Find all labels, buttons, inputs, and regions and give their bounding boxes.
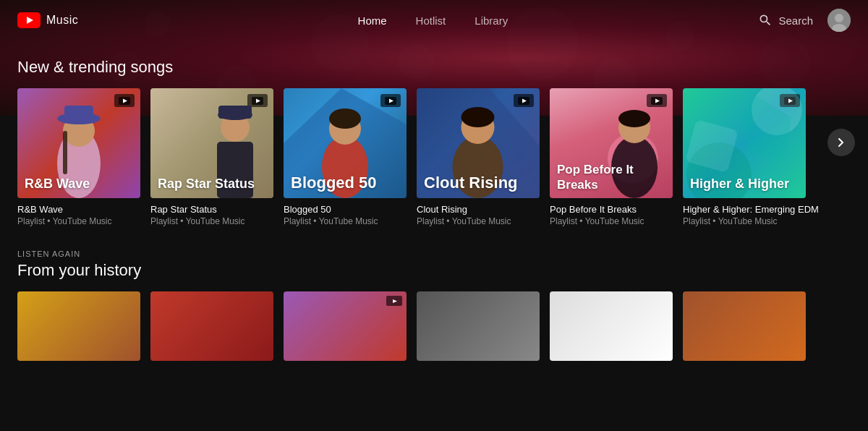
nav-hotlist[interactable]: Hotlist	[401, 9, 461, 33]
trending-section: New & trending songs	[0, 40, 868, 226]
svg-marker-41	[393, 299, 397, 303]
logo[interactable]: Music	[17, 12, 78, 28]
card-rap-star-thumb: Rap Star Status	[150, 88, 273, 198]
history-thumb-1	[17, 291, 140, 361]
history-card-4[interactable]	[417, 291, 540, 361]
history-thumb-4	[417, 291, 540, 361]
search-label: Search	[778, 14, 813, 27]
nav-home[interactable]: Home	[344, 9, 401, 33]
history-card-1[interactable]	[17, 291, 140, 361]
card-clout-meta: Clout Rising Playlist • YouTube Music	[417, 204, 540, 226]
history-thumb-2	[150, 291, 273, 361]
search-area[interactable]: Search	[758, 13, 813, 27]
svg-rect-11	[63, 131, 67, 174]
card-higher-thumb: Higher & Higher	[683, 88, 806, 198]
card-rap-star-meta: Rap Star Status Playlist • YouTube Music	[150, 204, 273, 226]
pop-overlay: Pop Before It Breaks	[550, 157, 673, 198]
card-clout-name: Clout Rising	[417, 204, 540, 215]
blogged-overlay: Blogged 50	[284, 168, 407, 198]
card-pop-breaks[interactable]: Pop Before It Breaks Pop Before It Break…	[550, 88, 673, 226]
card-rap-star-name: Rap Star Status	[150, 204, 273, 215]
card-higher-meta: Higher & Higher: Emerging EDM Playlist •…	[683, 204, 819, 226]
youtube-logo-icon	[17, 12, 41, 28]
rap-star-overlay: Rap Star Status	[150, 171, 273, 198]
card-rnb-wave-name: R&B Wave	[17, 204, 140, 215]
history-thumb-6	[683, 291, 806, 361]
card-pop-sub: Playlist • YouTube Music	[550, 216, 673, 226]
logo-text: Music	[46, 14, 78, 27]
card-rap-star[interactable]: Rap Star Status Rap Star Status Playlist…	[150, 88, 273, 226]
history-thumb-5	[550, 291, 673, 361]
trending-title: New & trending songs	[17, 58, 851, 77]
card-clout-sub: Playlist • YouTube Music	[417, 216, 540, 226]
card-clout-rising[interactable]: Clout Rising Clout Rising Playlist • You…	[417, 88, 540, 226]
card-pop-name: Pop Before It Breaks	[550, 204, 673, 215]
svg-point-3	[835, 14, 843, 22]
card-blogged-name: Blogged 50	[284, 204, 407, 215]
card-blogged-50[interactable]: Blogged 50 Blogged 50 Playlist • YouTube…	[284, 88, 407, 226]
next-arrow-button[interactable]	[827, 129, 855, 156]
rnb-wave-overlay: R&B Wave	[17, 171, 140, 198]
main-nav: Home Hotlist Library	[107, 9, 758, 33]
card-rnb-wave[interactable]: R&B Wave R&B Wave Playlist • YouTube Mus…	[17, 88, 140, 226]
card-blogged-meta: Blogged 50 Playlist • YouTube Music	[284, 204, 407, 226]
chevron-right-icon	[835, 137, 847, 148]
card-blogged-sub: Playlist • YouTube Music	[284, 216, 407, 226]
card-higher[interactable]: Higher & Higher Higher & Higher: Emergin…	[683, 88, 819, 226]
history-label: LISTEN AGAIN	[17, 249, 851, 258]
svg-point-34	[618, 110, 650, 127]
card-blogged-thumb: Blogged 50	[284, 88, 407, 198]
clout-overlay: Clout Rising	[417, 168, 540, 198]
user-avatar[interactable]	[827, 9, 851, 32]
search-icon	[758, 13, 773, 27]
history-card-6[interactable]	[683, 291, 806, 361]
header: Music Home Hotlist Library Search	[0, 0, 868, 40]
higher-overlay: Higher & Higher	[683, 171, 806, 198]
avatar-image	[827, 9, 851, 32]
svg-rect-17	[218, 106, 252, 119]
card-rnb-wave-meta: R&B Wave Playlist • YouTube Music	[17, 204, 140, 226]
svg-rect-10	[64, 106, 93, 121]
card-clout-thumb: Clout Rising	[417, 88, 540, 198]
svg-point-29	[461, 107, 495, 127]
history-card-5[interactable]	[550, 291, 673, 361]
svg-point-23	[329, 108, 361, 129]
history-cards-row	[17, 291, 851, 361]
card-rnb-wave-sub: Playlist • YouTube Music	[17, 216, 140, 226]
card-pop-thumb: Pop Before It Breaks	[550, 88, 673, 198]
card-pop-meta: Pop Before It Breaks Playlist • YouTube …	[550, 204, 673, 226]
history-card-3[interactable]	[284, 291, 407, 361]
nav-library[interactable]: Library	[460, 9, 522, 33]
card-higher-sub: Playlist • YouTube Music	[683, 216, 819, 226]
history-card-2[interactable]	[150, 291, 273, 361]
history-thumb-3	[284, 291, 407, 361]
trending-cards-row: R&B Wave R&B Wave Playlist • YouTube Mus…	[17, 88, 851, 226]
history-title: From your history	[17, 261, 851, 280]
history-section: LISTEN AGAIN From your history	[0, 226, 868, 361]
card-higher-name: Higher & Higher: Emerging EDM	[683, 204, 819, 215]
card-rnb-wave-thumb: R&B Wave	[17, 88, 140, 198]
card-rap-star-sub: Playlist • YouTube Music	[150, 216, 273, 226]
